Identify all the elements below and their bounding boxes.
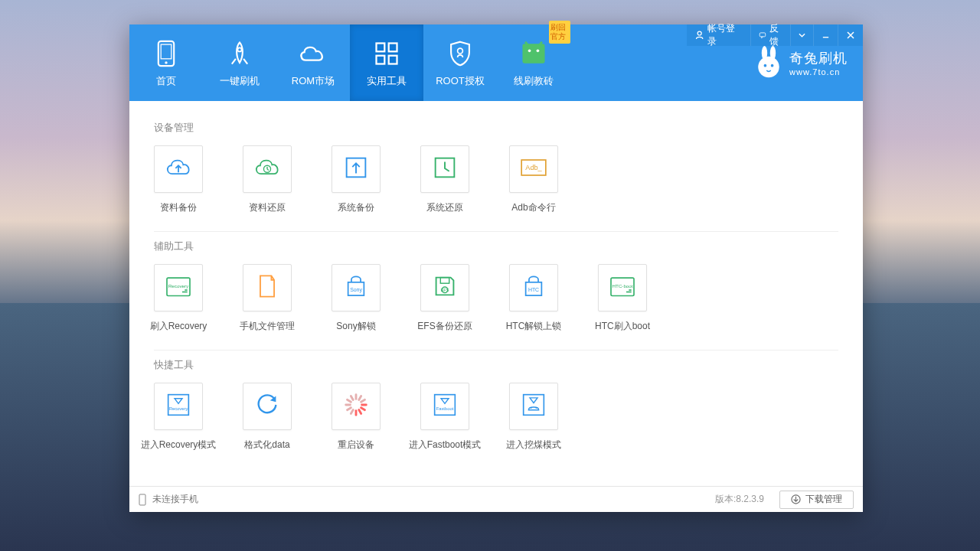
svg-rect-2 bbox=[161, 44, 172, 59]
tool-file-mgr[interactable]: 手机文件管理 bbox=[243, 264, 292, 333]
tool-enter-fastboot[interactable]: Fastboot 进入Fastboot模式 bbox=[420, 383, 469, 452]
section-title-assist: 辅助工具 bbox=[154, 240, 838, 253]
tool-label: 资料备份 bbox=[160, 201, 197, 214]
svg-line-47 bbox=[347, 408, 351, 410]
tool-label: 系统还原 bbox=[426, 201, 463, 214]
phone-icon bbox=[139, 494, 146, 506]
tool-icon-box: Recovery bbox=[154, 383, 203, 430]
htc-boot-icon: HTC-boot bbox=[607, 272, 638, 304]
svg-point-15 bbox=[764, 64, 767, 67]
nav-tab-flash[interactable]: 一键刷机 bbox=[203, 24, 276, 101]
svg-line-43 bbox=[361, 408, 365, 410]
tool-icon-box bbox=[332, 383, 381, 430]
cloud-up-icon bbox=[163, 153, 194, 185]
menu-dropdown-button[interactable] bbox=[791, 24, 814, 46]
tool-icon-box bbox=[420, 145, 469, 193]
svg-point-1 bbox=[165, 61, 167, 64]
file-fold-icon bbox=[252, 272, 283, 304]
tool-icon-box: Fastboot bbox=[420, 383, 469, 430]
close-button[interactable] bbox=[838, 24, 863, 46]
close-icon bbox=[846, 31, 855, 40]
nav-tab-rescue[interactable]: 线刷教砖 刷回官方 bbox=[497, 24, 570, 101]
svg-line-50 bbox=[351, 396, 353, 399]
section-title-device: 设备管理 bbox=[154, 121, 838, 135]
svg-point-8 bbox=[458, 48, 463, 54]
titlebar: 帐号登录 反馈 bbox=[687, 24, 863, 46]
app-window: 首页 一键刷机 ROM市场 实用工具 bbox=[129, 24, 863, 512]
svg-rect-5 bbox=[389, 44, 397, 52]
svg-rect-6 bbox=[377, 56, 385, 64]
tool-label: 刷入Recovery bbox=[150, 320, 207, 333]
svg-line-53 bbox=[361, 399, 365, 402]
tool-icon-box bbox=[243, 145, 292, 193]
tool-label: 重启设备 bbox=[338, 439, 374, 452]
nav-tab-root[interactable]: ROOT授权 bbox=[423, 24, 497, 101]
login-button[interactable]: 帐号登录 bbox=[687, 24, 751, 46]
svg-point-10 bbox=[528, 50, 531, 53]
tool-icon-box bbox=[332, 145, 381, 193]
shield-icon bbox=[444, 37, 476, 70]
nav-tab-rom[interactable]: ROM市场 bbox=[276, 24, 350, 101]
tool-restore-data[interactable]: 资料还原 bbox=[243, 145, 292, 214]
tool-htc-boot[interactable]: HTC-boot HTC刷入boot bbox=[598, 264, 647, 333]
tool-label: Adb命令行 bbox=[511, 201, 555, 214]
svg-rect-40 bbox=[168, 395, 189, 416]
tool-sony[interactable]: Sony Sony解锁 bbox=[332, 264, 381, 333]
tool-backup-data[interactable]: 资料备份 bbox=[154, 145, 203, 214]
tool-label: 进入Recovery模式 bbox=[141, 439, 217, 452]
adb-text-icon: Adb_ bbox=[518, 153, 549, 185]
enter-recovery-icon: Recovery bbox=[163, 390, 194, 422]
version-text: 版本:8.2.3.9 bbox=[715, 493, 764, 506]
tool-htc-lock[interactable]: HTC HTC解锁上锁 bbox=[509, 264, 558, 333]
tool-icon-box bbox=[509, 383, 558, 430]
svg-rect-9 bbox=[522, 44, 544, 63]
device-status: 未连接手机 bbox=[152, 493, 198, 506]
official-badge: 刷回官方 bbox=[549, 21, 570, 44]
tool-icon-box: EFS bbox=[420, 264, 469, 311]
bunny-icon bbox=[754, 46, 783, 80]
tool-reboot[interactable]: 重启设备 bbox=[332, 383, 381, 452]
tool-restore-sys[interactable]: 系统还原 bbox=[420, 145, 469, 214]
tool-format-data[interactable]: 格式化data bbox=[243, 383, 292, 452]
section-title-quick: 快捷工具 bbox=[154, 358, 838, 372]
nav-tabs: 首页 一键刷机 ROM市场 实用工具 bbox=[129, 24, 570, 101]
nav-tab-tools[interactable]: 实用工具 bbox=[350, 24, 423, 101]
tool-label: 资料还原 bbox=[249, 201, 286, 214]
tool-enter-dig[interactable]: 进入挖煤模式 bbox=[509, 383, 558, 452]
tool-icon-box bbox=[154, 145, 203, 193]
tool-adb[interactable]: Adb_ Adb命令行 bbox=[509, 145, 558, 214]
svg-rect-18 bbox=[760, 33, 765, 37]
tool-flash-recovery[interactable]: Recovery 刷入Recovery bbox=[154, 264, 203, 333]
nav-label: 线刷教砖 bbox=[514, 74, 554, 88]
tool-efs[interactable]: EFS EFS备份还原 bbox=[420, 264, 469, 333]
svg-text:Recovery: Recovery bbox=[169, 407, 188, 412]
status-bar: 未连接手机 版本:8.2.3.9 下载管理 bbox=[129, 486, 863, 512]
chat-icon bbox=[759, 30, 766, 41]
nav-label: 首页 bbox=[156, 74, 176, 88]
tool-icon-box bbox=[243, 264, 292, 311]
tool-label: HTC解锁上锁 bbox=[506, 320, 562, 333]
home-phone-icon bbox=[150, 37, 182, 70]
svg-text:Recovery: Recovery bbox=[168, 283, 189, 289]
rocket-icon bbox=[224, 37, 256, 70]
feedback-button[interactable]: 反馈 bbox=[751, 24, 791, 46]
svg-point-11 bbox=[537, 50, 540, 53]
nav-label: 一键刷机 bbox=[220, 74, 260, 88]
cloud-icon bbox=[297, 37, 329, 70]
lock-htc-icon: HTC bbox=[518, 272, 549, 304]
minimize-button[interactable] bbox=[814, 24, 838, 46]
minimize-icon bbox=[822, 31, 830, 40]
download-icon bbox=[791, 494, 801, 504]
nav-tab-home[interactable]: 首页 bbox=[129, 24, 203, 101]
svg-line-44 bbox=[359, 410, 361, 414]
svg-line-46 bbox=[351, 410, 353, 414]
box-clock-icon bbox=[430, 153, 460, 185]
tool-label: Sony解锁 bbox=[336, 320, 375, 333]
tool-enter-recovery[interactable]: Recovery 进入Recovery模式 bbox=[154, 383, 203, 452]
download-manager-button[interactable]: 下载管理 bbox=[779, 491, 854, 509]
tool-backup-sys[interactable]: 系统备份 bbox=[332, 145, 381, 214]
nav-label: ROM市场 bbox=[292, 74, 335, 88]
svg-text:HTC: HTC bbox=[528, 287, 539, 292]
svg-rect-59 bbox=[139, 494, 145, 505]
tool-grid-quick: Recovery 进入Recovery模式 格式化data 重启设备 Fastb… bbox=[154, 383, 838, 452]
